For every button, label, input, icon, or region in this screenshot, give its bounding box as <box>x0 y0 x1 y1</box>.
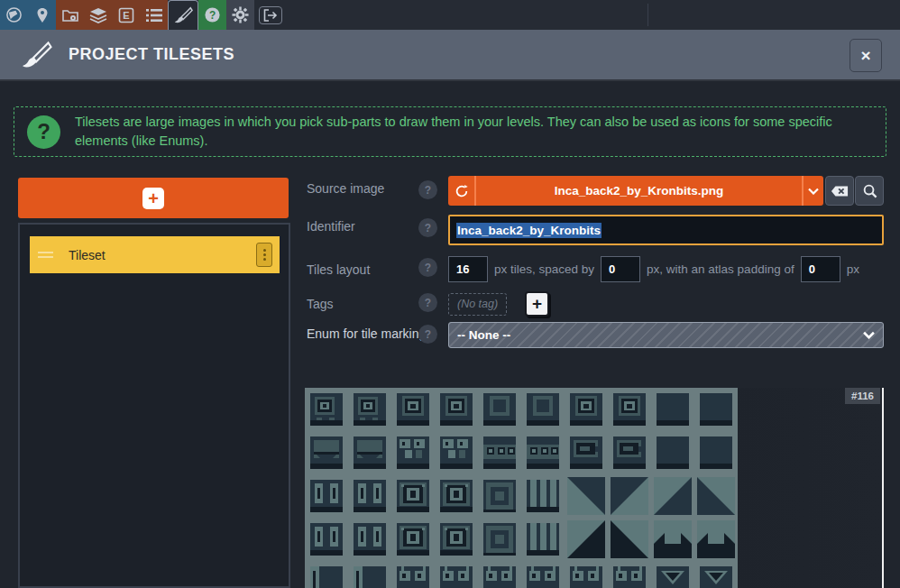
identifier-input[interactable]: Inca_back2_by_Kronbits <box>448 215 884 245</box>
tile-size-input[interactable]: 16 <box>448 256 488 282</box>
app-settings-button[interactable] <box>226 0 254 30</box>
drag-handle-icon[interactable] <box>38 252 53 258</box>
enum-marking-row: Enum for tile marking <box>307 326 426 341</box>
locate-pin-button[interactable] <box>28 0 56 30</box>
project-settings-icon <box>61 7 79 23</box>
enum-marking-select[interactable]: -- None -- <box>448 322 884 348</box>
tiles-layout-row: Tiles layout 16 px tiles, spaced by 0 px… <box>307 256 887 282</box>
tags-row: Tags (No tag) + <box>307 291 549 317</box>
locate-pin-icon <box>35 7 50 23</box>
plus-icon: + <box>142 188 164 209</box>
exit-button[interactable] <box>256 0 284 30</box>
tilesets-button[interactable] <box>168 0 198 30</box>
help-icon: ? <box>204 6 221 23</box>
refresh-icon[interactable] <box>448 176 476 206</box>
tags-label: Tags <box>307 297 448 311</box>
svg-text:E: E <box>123 10 129 21</box>
source-image-label: Source image <box>307 181 384 196</box>
main-toolbar: E ? <box>0 0 900 30</box>
enums-icon: E <box>118 7 134 23</box>
entity-list-button[interactable] <box>140 0 168 30</box>
clear-backspace-icon <box>831 185 849 198</box>
layers-button[interactable] <box>84 0 112 30</box>
project-settings-button[interactable] <box>56 0 84 30</box>
toolbar-divider <box>647 4 648 26</box>
tiles-layout-text-1: px tiles, spaced by <box>494 262 594 276</box>
tileset-item-label: Tileset <box>69 248 256 262</box>
help-note-text: Tilesets are large images in which you p… <box>75 113 873 151</box>
identifier-help-icon[interactable]: ? <box>418 218 437 237</box>
locate-file-button[interactable] <box>855 176 884 206</box>
enums-button[interactable]: E <box>112 0 140 30</box>
tilesets-brush-icon <box>20 39 52 71</box>
tiles-layout-label: Tiles layout <box>307 262 442 277</box>
help-question-icon: ? <box>27 115 60 149</box>
close-icon: × <box>860 46 870 66</box>
source-image-select[interactable]: Inca_back2_by_Kronbits.png <box>448 176 823 206</box>
clear-source-button[interactable] <box>825 176 854 206</box>
exit-icon <box>259 6 282 24</box>
atlas-padding-input[interactable]: 0 <box>801 256 840 282</box>
tileset-list: Tileset <box>18 223 290 588</box>
add-tag-button[interactable]: + <box>525 291 549 317</box>
identifier-label: Identifier <box>307 219 355 234</box>
page-title: PROJECT TILESETS <box>69 45 234 64</box>
plus-icon: + <box>532 294 542 314</box>
world-icon <box>5 6 23 23</box>
svg-text:?: ? <box>209 9 216 22</box>
source-image-help-icon[interactable]: ? <box>418 180 437 199</box>
identifier-row: Identifier <box>307 219 355 234</box>
identifier-selected-text: Inca_back2_by_Kronbits <box>456 223 602 238</box>
world-button[interactable] <box>0 0 28 30</box>
source-image-filename: Inca_back2_by_Kronbits.png <box>476 176 802 206</box>
close-button[interactable]: × <box>849 39 882 72</box>
tile-count-badge: #116 <box>845 388 880 404</box>
layers-icon <box>89 7 107 23</box>
tileset-preview-panel: #116 <box>305 388 884 588</box>
tile-spacing-input[interactable]: 0 <box>601 256 640 282</box>
help-note: ? Tilesets are large images in which you… <box>14 106 886 157</box>
source-image-row: Source image <box>307 181 384 196</box>
enum-marking-help-icon[interactable]: ? <box>418 325 437 344</box>
enum-marking-value: -- None -- <box>457 328 510 342</box>
tiles-layout-text-2: px, with an atlas padding of <box>647 262 794 276</box>
panel-header: PROJECT TILESETS × <box>0 30 900 81</box>
add-tileset-button[interactable]: + <box>18 178 289 218</box>
help-button[interactable]: ? <box>198 0 226 30</box>
tiles-layout-text-3: px <box>847 262 859 276</box>
tilesets-brush-icon <box>173 5 193 25</box>
chevron-down-icon <box>863 331 875 339</box>
entity-list-icon <box>146 8 162 23</box>
app-settings-gear-icon <box>232 6 249 23</box>
item-context-menu-button[interactable] <box>256 243 272 267</box>
tileset-list-item[interactable]: Tileset <box>30 236 280 273</box>
enum-marking-label: Enum for tile marking <box>307 326 426 341</box>
no-tag-placeholder: (No tag) <box>448 293 507 316</box>
chevron-down-icon <box>802 176 823 206</box>
tileset-image[interactable] <box>305 388 738 588</box>
magnifier-icon <box>862 183 877 198</box>
